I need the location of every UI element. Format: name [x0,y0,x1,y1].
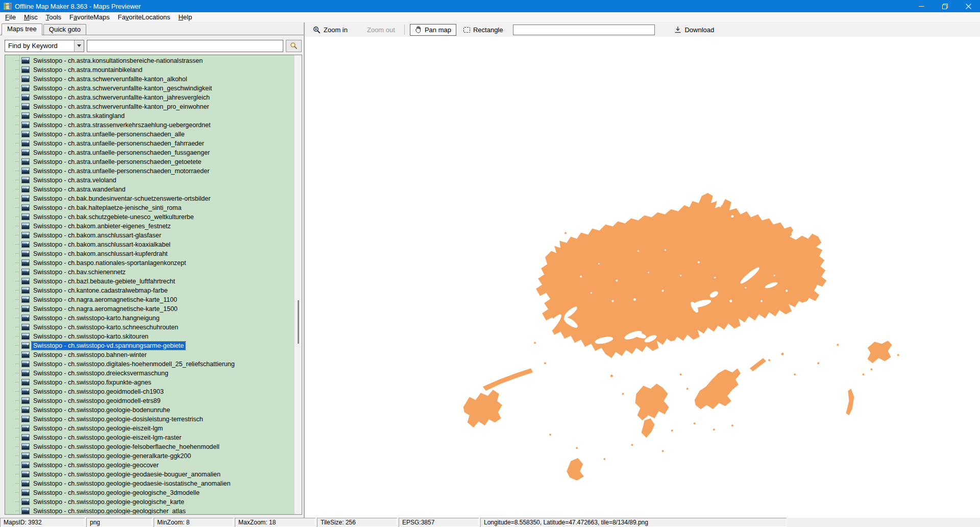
menu-file[interactable]: File [1,13,20,21]
tree-item-label: Swisstopo - ch.swisstopo.geologie-geolog… [32,507,187,514]
tree-item[interactable]: Swisstopo - ch.swisstopo.geologie-geolog… [5,488,294,497]
tree-item-label: Swisstopo - ch.baspo.nationales-sportanl… [32,259,188,267]
tree-item[interactable]: Swisstopo - ch.astra.schwerverunfallte-k… [5,84,294,93]
rectangle-button[interactable]: Rectangle [460,25,506,35]
tree-item[interactable]: Swisstopo - ch.nagra.aeromagnetische-kar… [5,304,294,314]
tree-item[interactable]: Swisstopo - ch.astra.veloland [5,176,294,185]
tree-item[interactable]: Swisstopo - ch.astra.unfaelle-personensc… [5,157,294,166]
tree-item[interactable]: Swisstopo - ch.swisstopo.geologie-geodae… [5,470,294,479]
map-layer-icon [21,296,30,303]
menu-favoritelocations[interactable]: FavoriteLocations [114,13,175,21]
tree-item-label: Swisstopo - ch.astra.veloland [32,176,118,184]
tree-item[interactable]: Swisstopo - ch.swisstopo.geologie-geodae… [5,479,294,488]
tab-strip: Maps tree Quick goto [0,22,304,35]
tree-item[interactable]: Swisstopo - ch.swisstopo.bahnen-winter [5,350,294,360]
tree-item[interactable]: Swisstopo - ch.swisstopo-karto.hangneigu… [5,314,294,323]
tree-item[interactable]: Swisstopo - ch.swisstopo.fixpunkte-agnes [5,378,294,387]
tree-item[interactable]: Swisstopo - ch.swisstopo.geoidmodell-ch1… [5,387,294,396]
tree-item[interactable]: Swisstopo - ch.astra.schwerverunfallte-k… [5,93,294,102]
menu-help[interactable]: Help [174,13,196,21]
menu-favoritemaps[interactable]: FavoriteMaps [65,13,114,21]
tree-item[interactable]: Swisstopo - ch.astra.strassenverkehrszae… [5,121,294,130]
minimize-button[interactable] [910,0,933,12]
tree-item[interactable]: Swisstopo - ch.bakom.anbieter-eigenes_fe… [5,222,294,231]
zoom-out-button[interactable]: Zoom out [364,25,398,35]
map-layer-icon [21,489,30,496]
pan-map-button[interactable]: Pan map [410,24,456,36]
map-layer-icon [21,140,30,147]
close-button[interactable] [957,0,980,12]
tree-item[interactable]: Swisstopo - ch.astra.schwerverunfallte-k… [5,75,294,84]
tree-item[interactable]: Swisstopo - ch.swisstopo.geologie-geocov… [5,461,294,470]
tree-item[interactable]: Swisstopo - ch.swisstopo.geologie-eiszei… [5,433,294,442]
chevron-down-icon[interactable] [74,40,84,52]
map-layer-icon [21,131,30,137]
tree-item[interactable]: Swisstopo - ch.astra.schwerverunfallte-k… [5,102,294,111]
tree-item[interactable]: Swisstopo - ch.baspo.nationales-sportanl… [5,258,294,268]
tree-item[interactable]: Swisstopo - ch.swisstopo.geologie-dosisl… [5,415,294,424]
tree-item[interactable]: Swisstopo - ch.nagra.aeromagnetische-kar… [5,295,294,304]
tree-connector [15,391,20,392]
tree-scrollbar-thumb[interactable] [298,300,299,344]
tree-item[interactable]: Swisstopo - ch.swisstopo.geologie-eiszei… [5,424,294,433]
menu-misc[interactable]: Misc [20,13,42,21]
tree-item[interactable]: Swisstopo - ch.astra.unfaelle-personensc… [5,139,294,148]
tree-item-label: Swisstopo - ch.swisstopo.bahnen-winter [32,351,148,359]
tree-item[interactable]: Swisstopo - ch.kantone.cadastralwebmap-f… [5,286,294,295]
tree-item-label: Swisstopo - ch.bakom.anbieter-eigenes_fe… [32,222,173,230]
tree-item[interactable]: Swisstopo - ch.swisstopo.dreiecksvermasc… [5,369,294,378]
tab-maps-tree[interactable]: Maps tree [2,23,42,35]
tree-item[interactable]: Swisstopo - ch.swisstopo-karto.schneesch… [5,323,294,332]
tree-item[interactable]: Swisstopo - ch.astra.unfaelle-personensc… [5,148,294,157]
tree-connector [15,281,20,281]
tree-item[interactable]: Swisstopo - ch.swisstopo.geologie-felsob… [5,442,294,451]
tree-item[interactable]: Swisstopo - ch.astra.unfaelle-personensc… [5,166,294,176]
tree-item[interactable]: Swisstopo - ch.astra.unfaelle-personensc… [5,130,294,139]
search-button[interactable] [286,40,302,52]
search-input[interactable] [87,40,283,52]
tree-item[interactable]: Swisstopo - ch.astra.wanderland [5,185,294,194]
tree-item[interactable]: Swisstopo - ch.bakom.anschlussart-glasfa… [5,231,294,240]
toolbar-separator [404,25,405,35]
tree-connector [15,410,20,410]
close-icon [966,4,971,9]
restore-button[interactable] [933,0,957,12]
tree-item[interactable]: Swisstopo - ch.bakom.anschlussart-kupfer… [5,249,294,258]
tree-item-label: Swisstopo - ch.swisstopo.dreiecksvermasc… [32,369,170,377]
map-canvas[interactable] [305,37,980,518]
tree-item[interactable]: Swisstopo - ch.bak.halteplaetze-jenische… [5,203,294,212]
tree-item[interactable]: Swisstopo - ch.swisstopo.geoidmodell-etr… [5,396,294,405]
tree-item[interactable]: Swisstopo - ch.astra.skatingland [5,111,294,121]
tree-connector [15,253,20,254]
tree-connector [15,400,20,401]
menu-tools[interactable]: Tools [42,13,65,21]
map-layer-icon [21,333,30,340]
tree-item-label: Swisstopo - ch.astra.wanderland [32,185,127,194]
tree-item[interactable]: Swisstopo - ch.bak.schutzgebiete-unesco_… [5,212,294,222]
tree-item[interactable]: Swisstopo - ch.bazl.bebaute-gebiete_luft… [5,277,294,286]
download-button[interactable]: Download [671,25,717,35]
map-toolbar-input[interactable] [513,25,655,35]
tree-scrollbar[interactable] [294,55,302,514]
tree-item[interactable]: Swisstopo - ch.swisstopo-vd.spannungsarm… [5,341,294,350]
tree-item[interactable]: Swisstopo - ch.swisstopo.geologie-bodenu… [5,405,294,415]
tree-connector [15,189,20,189]
zoom-in-button[interactable]: Zoom in [310,25,351,35]
tree-item[interactable]: Swisstopo - ch.astra.konsultationsbereic… [5,56,294,65]
tree-item[interactable]: Swisstopo - ch.astra.mountainbikeland [5,65,294,75]
map-layer-icon [21,195,30,202]
tree-item[interactable]: Swisstopo - ch.swisstopo-karto.skitouren [5,332,294,341]
tree-connector [15,134,20,134]
map-layer-icon [21,452,30,459]
tree-item[interactable]: Swisstopo - ch.bakom.anschlussart-koaxia… [5,240,294,249]
restore-icon [942,4,948,9]
tree-item[interactable]: Swisstopo - ch.swisstopo.geologie-geolog… [5,497,294,507]
tree-item[interactable]: Swisstopo - ch.swisstopo.digitales-hoehe… [5,360,294,369]
tree-item[interactable]: Swisstopo - ch.swisstopo.geologie-genera… [5,451,294,461]
tree-item[interactable]: Swisstopo - ch.bav.schienennetz [5,268,294,277]
tree-item[interactable]: Swisstopo - ch.bak.bundesinventar-schuet… [5,194,294,203]
search-mode-dropdown[interactable]: Find by Keyword [5,40,84,52]
tree-item[interactable]: Swisstopo - ch.swisstopo.geologie-geolog… [5,507,294,514]
map-preview-pane: Zoom in Zoom out Pan map Rectangle [305,22,980,518]
tab-quick-goto[interactable]: Quick goto [43,24,86,35]
